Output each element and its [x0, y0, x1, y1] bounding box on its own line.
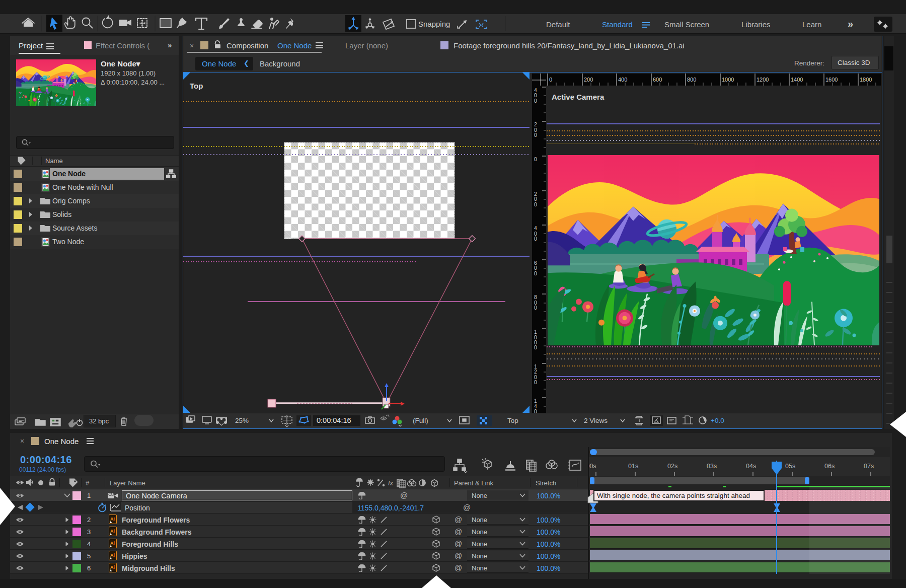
svg-text:25%: 25%: [235, 417, 249, 424]
svg-text:+0.0: +0.0: [711, 417, 724, 424]
svg-text:07s: 07s: [864, 463, 874, 470]
svg-text:0:00:04:16: 0:00:04:16: [317, 416, 351, 424]
svg-text:1800: 1800: [860, 77, 872, 83]
svg-text:06s: 06s: [824, 463, 835, 470]
svg-text:01s: 01s: [628, 463, 638, 470]
svg-text:0: 0: [534, 305, 537, 311]
svg-text:1200: 1200: [757, 77, 769, 83]
svg-text:0: 0: [534, 379, 537, 385]
svg-text:0: 0: [549, 77, 552, 83]
svg-text:0: 0: [534, 156, 537, 162]
svg-text:(Full): (Full): [413, 417, 428, 424]
svg-text:0: 0: [534, 408, 537, 413]
svg-text:400: 400: [618, 77, 627, 83]
svg-text:200: 200: [584, 77, 593, 83]
svg-text:05s: 05s: [785, 463, 795, 470]
svg-text:1600: 1600: [825, 77, 838, 83]
svg-text:Snapping: Snapping: [418, 20, 450, 28]
svg-text:03s: 03s: [707, 463, 717, 470]
svg-text:2 Views: 2 Views: [584, 417, 608, 424]
svg-text:0: 0: [534, 201, 537, 207]
svg-text:0: 0: [534, 236, 537, 242]
svg-text:0: 0: [534, 344, 537, 350]
svg-text:1000: 1000: [722, 77, 734, 83]
svg-text:0: 0: [534, 132, 537, 138]
svg-text:fx: fx: [388, 479, 394, 487]
svg-text:1400: 1400: [791, 77, 803, 83]
svg-text:02s: 02s: [667, 463, 677, 470]
svg-text:600: 600: [653, 77, 662, 83]
svg-text:800: 800: [687, 77, 696, 83]
svg-text:0: 0: [534, 98, 537, 104]
svg-text:04s: 04s: [746, 463, 756, 470]
svg-text:0:00s: 0:00s: [589, 463, 596, 470]
svg-text:Top: Top: [507, 417, 518, 424]
svg-text:0: 0: [534, 270, 537, 276]
